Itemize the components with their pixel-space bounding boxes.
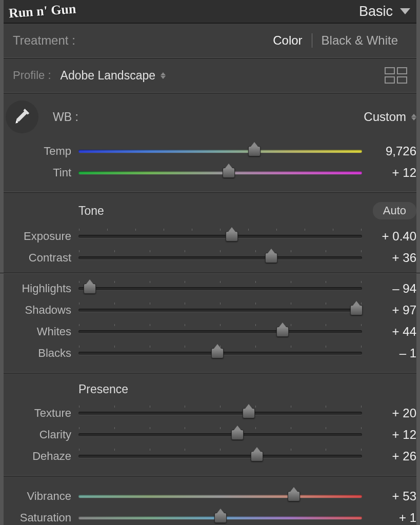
temp-label: Temp [4, 145, 78, 158]
whites-row: Whites + 44 [4, 321, 416, 342]
exposure-row: Exposure + 0.40 [4, 226, 416, 247]
tone-section: Tone Auto Exposure + 0.40 Contrast + 36 … [4, 192, 416, 373]
tint-slider[interactable] [78, 168, 362, 178]
highlights-row: Highlights – 94 [4, 278, 416, 299]
whites-value[interactable]: + 44 [362, 325, 416, 339]
wb-stepper-icon[interactable] [411, 114, 416, 120]
blacks-row: Blacks – 1 [4, 342, 416, 364]
vibrance-slider[interactable] [78, 491, 362, 501]
dehaze-row: Dehaze + 26 [4, 446, 416, 467]
wb-section: WB : Custom Temp 9,726 Tint + 12 [4, 93, 416, 192]
clarity-slider[interactable] [78, 430, 362, 440]
wb-picker-icon[interactable] [6, 100, 38, 133]
profile-value[interactable]: Adobe Landscape [61, 69, 155, 83]
tint-label: Tint [4, 166, 78, 179]
treatment-row: Treatment : Color Black & White [4, 23, 416, 58]
shadows-value[interactable]: + 97 [362, 303, 416, 317]
tint-row: Tint + 12 [4, 162, 416, 184]
shadows-label: Shadows [4, 304, 78, 317]
texture-value[interactable]: + 20 [362, 406, 416, 420]
texture-slider[interactable] [78, 408, 362, 418]
whites-label: Whites [4, 325, 78, 338]
dehaze-slider[interactable] [78, 451, 362, 461]
vibrance-label: Vibrance [4, 490, 78, 503]
treatment-color[interactable]: Color [264, 33, 311, 48]
temp-value[interactable]: 9,726 [362, 144, 416, 158]
wb-value[interactable]: Custom [364, 110, 406, 124]
wb-label: WB : [53, 110, 78, 124]
logo: Run n' Gun [8, 1, 76, 21]
highlights-label: Highlights [4, 282, 78, 295]
presence-section: Presence Texture + 20 Clarity + 12 Dehaz… [4, 373, 416, 476]
saturation-value[interactable]: + 1 [362, 511, 416, 525]
dehaze-value[interactable]: + 26 [362, 449, 416, 463]
panel-title[interactable]: Basic [359, 4, 393, 19]
highlights-value[interactable]: – 94 [362, 281, 416, 296]
clarity-value[interactable]: + 12 [362, 428, 416, 442]
saturation-slider[interactable] [78, 513, 362, 523]
exposure-slider[interactable] [78, 231, 362, 241]
auto-button[interactable]: Auto [373, 202, 416, 219]
basic-panel: Run n' Gun Basic Treatment : Color Black… [0, 0, 420, 525]
temp-slider[interactable] [78, 146, 362, 156]
collapse-icon[interactable] [400, 8, 410, 14]
clarity-row: Clarity + 12 [4, 424, 416, 446]
vibrance-row: Vibrance + 53 [4, 486, 416, 507]
treatment-bw[interactable]: Black & White [312, 33, 407, 48]
profile-label: Profile : [13, 69, 51, 82]
dehaze-label: Dehaze [4, 450, 78, 463]
profile-row: Profile : Adobe Landscape [4, 58, 416, 93]
blacks-label: Blacks [4, 347, 78, 360]
profile-stepper-icon[interactable] [161, 72, 166, 79]
saturation-label: Saturation [4, 511, 78, 524]
profile-browser-icon[interactable] [385, 67, 407, 84]
temp-row: Temp 9,726 [4, 140, 416, 162]
blacks-value[interactable]: – 1 [362, 346, 416, 360]
panel-header: Run n' Gun Basic [4, 0, 416, 23]
tone-heading: Tone [78, 204, 104, 218]
saturation-row: Saturation + 1 [4, 507, 416, 525]
blacks-slider[interactable] [78, 348, 362, 358]
contrast-row: Contrast + 36 [4, 247, 416, 269]
shadows-slider[interactable] [78, 305, 362, 315]
clarity-label: Clarity [4, 428, 78, 441]
contrast-label: Contrast [4, 251, 78, 265]
presence-heading: Presence [78, 382, 128, 396]
exposure-value[interactable]: + 0.40 [362, 229, 416, 244]
tint-value[interactable]: + 12 [362, 166, 416, 180]
whites-slider[interactable] [78, 327, 362, 337]
contrast-slider[interactable] [78, 253, 362, 263]
texture-row: Texture + 20 [4, 402, 416, 424]
eyedropper-icon [11, 106, 33, 128]
exposure-label: Exposure [4, 230, 78, 243]
highlights-slider[interactable] [78, 284, 362, 294]
vibrance-value[interactable]: + 53 [362, 489, 416, 503]
texture-label: Texture [4, 407, 78, 420]
contrast-value[interactable]: + 36 [362, 251, 416, 265]
color-section: Vibrance + 53 Saturation + 1 [4, 476, 416, 525]
shadows-row: Shadows + 97 [4, 299, 416, 321]
treatment-label: Treatment : [13, 33, 75, 48]
